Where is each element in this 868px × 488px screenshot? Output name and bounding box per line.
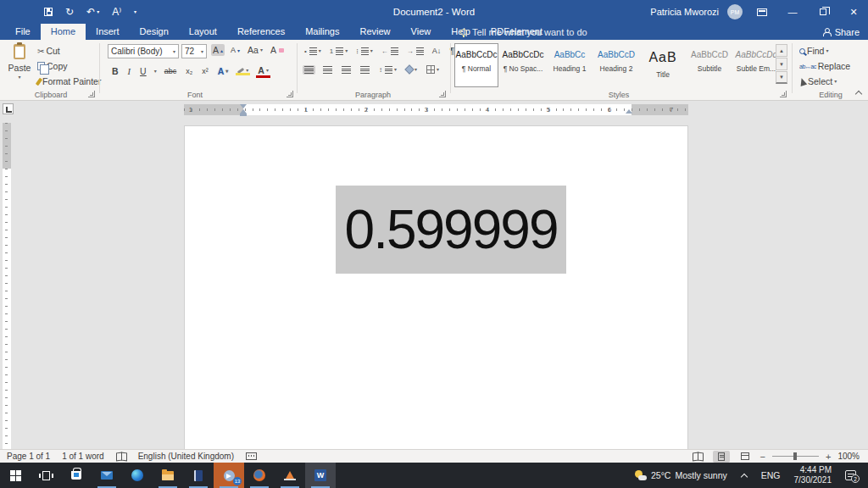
save-button[interactable] (44, 8, 53, 16)
tab-home[interactable]: Home (41, 24, 86, 40)
tab-mailings[interactable]: Mailings (295, 24, 349, 40)
vertical-ruler[interactable] (3, 123, 11, 449)
taskbar-app-mail[interactable] (92, 463, 122, 488)
replace-button[interactable]: ab↔acReplace (798, 60, 852, 72)
strikethrough-button[interactable]: abc (163, 66, 179, 76)
zoom-out-button[interactable]: − (760, 452, 765, 462)
align-center-button[interactable] (321, 65, 334, 75)
highlight-color-button[interactable]: ▾ (236, 67, 250, 75)
shrink-font-button[interactable]: A▾ (229, 45, 242, 55)
zoom-in-button[interactable]: + (826, 452, 831, 462)
taskbar-app-file-explorer[interactable] (153, 463, 183, 488)
weather-widget[interactable]: 25°C Mostly sunny (628, 463, 734, 488)
language-status[interactable]: English (United Kingdom) (138, 452, 234, 461)
redo-button[interactable]: ↻ (65, 6, 74, 18)
selected-text-highlight[interactable]: 0.599999 (336, 186, 566, 274)
paragraph-dialog-launcher[interactable] (439, 91, 446, 97)
avatar[interactable]: PM (727, 4, 743, 19)
taskbar-app-edge[interactable] (122, 463, 153, 488)
select-button[interactable]: Select▾ (798, 75, 852, 87)
close-button[interactable]: ✕ (843, 0, 865, 24)
styles-dialog-launcher[interactable] (780, 91, 787, 97)
tab-view[interactable]: View (401, 24, 442, 40)
print-layout-button[interactable] (713, 451, 730, 463)
show-hidden-icons-button[interactable] (734, 463, 754, 488)
align-right-button[interactable] (340, 65, 353, 75)
undo-button[interactable]: ↶▾ (86, 6, 99, 18)
justify-button[interactable] (359, 65, 371, 75)
clock[interactable]: 4:44 PM 7/30/2021 (787, 463, 839, 488)
align-left-button[interactable] (303, 65, 315, 75)
clipboard-dialog-launcher[interactable] (88, 91, 95, 97)
line-spacing-button[interactable]: ↕▾ (377, 65, 398, 75)
zoom-slider[interactable] (772, 456, 819, 457)
ribbon-display-options-button[interactable] (751, 0, 773, 24)
tab-file[interactable]: File (5, 24, 41, 40)
tab-review[interactable]: Review (350, 24, 401, 40)
tab-selector-button[interactable] (3, 103, 14, 114)
word-count[interactable]: 1 of 1 word (62, 452, 103, 461)
taskbar-app-word[interactable]: W (305, 463, 336, 488)
superscript-button[interactable]: x² (200, 66, 210, 76)
borders-button[interactable]: ▾ (425, 64, 441, 75)
proofing-icon[interactable] (116, 452, 126, 460)
document-page[interactable]: 0.599999 (184, 125, 688, 449)
document-area[interactable]: 0.599999 (0, 119, 868, 449)
collapse-ribbon-button[interactable] (855, 89, 863, 97)
document-text[interactable]: 0.599999 (336, 202, 566, 257)
style-normal[interactable]: AaBbCcDc ¶ Normal (454, 43, 498, 87)
multilevel-list-button[interactable]: ⁝▾ (354, 47, 375, 56)
user-name[interactable]: Patricia Mworozi (650, 7, 719, 17)
style-title[interactable]: AaB Title (641, 43, 685, 87)
format-painter-button[interactable]: Format Painter (36, 75, 103, 87)
style-subtle-emphasis[interactable]: AaBbCcDc Subtle Em... (734, 43, 778, 87)
right-indent-marker[interactable] (626, 109, 632, 114)
customize-qat-button[interactable]: ▾ (134, 9, 136, 14)
styles-scroll-up-button[interactable]: ▲ (776, 44, 787, 57)
font-color-button[interactable]: A▾ (256, 64, 270, 78)
zoom-level[interactable]: 100% (837, 452, 860, 461)
tab-insert[interactable]: Insert (86, 24, 130, 40)
font-size-combo[interactable]: 72▾ (181, 44, 207, 58)
taskbar-app-store[interactable] (61, 463, 92, 488)
paste-dropdown-icon[interactable]: ▾ (5, 75, 34, 80)
taskbar-app-orange[interactable]: 13 (214, 463, 244, 488)
underline-dropdown-icon[interactable]: ▾ (154, 69, 157, 74)
tab-references[interactable]: References (227, 24, 295, 40)
sort-button[interactable]: A↓ (431, 46, 443, 56)
undo-dropdown-icon[interactable]: ▾ (97, 9, 99, 14)
decrease-indent-button[interactable]: ← (380, 47, 400, 56)
italic-button[interactable]: I (126, 66, 133, 77)
clear-formatting-button[interactable]: A (269, 44, 286, 56)
share-button[interactable]: Share (822, 24, 860, 40)
style-heading-2[interactable]: AaBbCcD Heading 2 (594, 43, 638, 87)
bullets-button[interactable]: •▾ (303, 47, 323, 56)
copy-button[interactable]: Copy (36, 60, 103, 72)
grow-font-button[interactable]: A▴ (211, 44, 225, 56)
tell-me-box[interactable]: Tell me what you want to do (460, 24, 587, 40)
taskbar-app-firefox[interactable] (244, 463, 275, 488)
styles-scroll-down-button[interactable]: ▼ (776, 58, 787, 70)
horizontal-ruler[interactable]: 1 1 2 3 4 5 6 7 (184, 104, 688, 115)
style-subtitle[interactable]: AaBbCcD Subtitle (687, 43, 732, 87)
find-button[interactable]: Find▾ (798, 45, 852, 57)
minimize-button[interactable]: — (782, 0, 804, 24)
read-mode-button[interactable] (689, 451, 706, 463)
web-layout-button[interactable] (737, 451, 754, 463)
start-button[interactable] (0, 463, 31, 488)
numbering-button[interactable]: 1▾ (328, 47, 349, 56)
shading-button[interactable]: ▾ (404, 65, 419, 74)
task-view-button[interactable] (31, 463, 61, 488)
page-count[interactable]: Page 1 of 1 (7, 452, 50, 461)
font-name-combo[interactable]: Calibri (Body)▾ (108, 44, 179, 58)
tab-design[interactable]: Design (130, 24, 179, 40)
tab-layout[interactable]: Layout (179, 24, 227, 40)
paste-button[interactable]: Paste ▾ (5, 44, 34, 97)
first-line-indent-marker[interactable] (240, 104, 247, 108)
cut-button[interactable]: ✂Cut (36, 45, 103, 57)
restore-button[interactable] (812, 0, 834, 24)
underline-button[interactable]: U (138, 65, 148, 77)
text-effects-button[interactable]: A▾ (216, 65, 231, 77)
styles-more-button[interactable]: ▼ (776, 71, 787, 84)
language-indicator[interactable]: ENG (754, 463, 787, 488)
